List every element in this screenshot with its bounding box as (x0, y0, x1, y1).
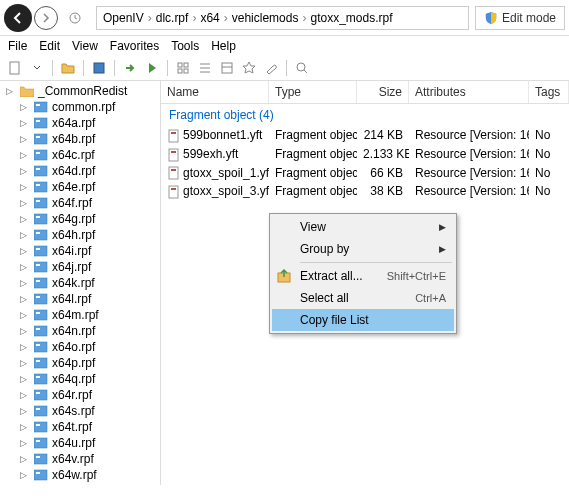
ctx-copy-file-list[interactable]: Copy file List (272, 309, 454, 331)
expand-icon[interactable]: ▷ (20, 358, 30, 368)
detail-button[interactable] (218, 59, 236, 77)
expand-icon[interactable]: ▷ (20, 470, 30, 480)
tree-item[interactable]: ▷User documents - GTA V (0, 483, 160, 485)
grid-button[interactable] (174, 59, 192, 77)
expand-icon[interactable]: ▷ (20, 134, 30, 144)
breadcrumb-item[interactable]: gtoxx_mods.rpf (310, 11, 392, 25)
column-size[interactable]: Size (357, 81, 409, 103)
dropdown-button[interactable] (28, 59, 46, 77)
expand-icon[interactable]: ▷ (20, 150, 30, 160)
ctx-extract-all[interactable]: Extract all... Shift+Ctrl+E (272, 265, 454, 287)
expand-icon[interactable]: ▷ (20, 214, 30, 224)
tree-item[interactable]: ▷x64c.rpf (0, 147, 160, 163)
file-row[interactable]: 599exh.yftFragment object2.133 KBResourc… (161, 145, 569, 164)
menu-help[interactable]: Help (211, 39, 236, 53)
expand-icon[interactable]: ▷ (20, 454, 30, 464)
expand-icon[interactable]: ▷ (20, 118, 30, 128)
tree-item[interactable]: ▷x64i.rpf (0, 243, 160, 259)
group-header[interactable]: Fragment object (4) (161, 104, 569, 126)
menu-tools[interactable]: Tools (171, 39, 199, 53)
breadcrumb-item[interactable]: vehiclemods (232, 11, 299, 25)
tree-item[interactable]: ▷x64t.rpf (0, 419, 160, 435)
tree-item[interactable]: ▷x64e.rpf (0, 179, 160, 195)
svg-rect-55 (34, 470, 47, 480)
expand-icon[interactable]: ▷ (20, 406, 30, 416)
file-row[interactable]: gtoxx_spoil_1.yftFragment object66 KBRes… (161, 164, 569, 183)
file-row[interactable]: gtoxx_spoil_3.yftFragment object38 KBRes… (161, 182, 569, 201)
tree-item[interactable]: ▷x64o.rpf (0, 339, 160, 355)
tree-item[interactable]: ▷x64r.rpf (0, 387, 160, 403)
tree-item[interactable]: ▷x64a.rpf (0, 115, 160, 131)
export-button[interactable] (121, 59, 139, 77)
tools-button[interactable] (262, 59, 280, 77)
svg-rect-39 (34, 342, 47, 352)
column-attributes[interactable]: Attributes (409, 81, 529, 103)
menu-view[interactable]: View (72, 39, 98, 53)
search-button[interactable] (293, 59, 311, 77)
tree-item[interactable]: ▷x64b.rpf (0, 131, 160, 147)
tree-item[interactable]: ▷x64q.rpf (0, 371, 160, 387)
tree-item[interactable]: ▷common.rpf (0, 99, 160, 115)
column-type[interactable]: Type (269, 81, 357, 103)
tree-item[interactable]: ▷x64d.rpf (0, 163, 160, 179)
expand-icon[interactable]: ▷ (20, 230, 30, 240)
tree-item[interactable]: ▷x64u.rpf (0, 435, 160, 451)
save-button[interactable] (90, 59, 108, 77)
tree-item[interactable]: ▷x64w.rpf (0, 467, 160, 483)
tree-item[interactable]: ▷x64j.rpf (0, 259, 160, 275)
nav-history-button[interactable] (60, 3, 90, 33)
expand-icon[interactable]: ▷ (20, 422, 30, 432)
expand-icon[interactable]: ▷ (20, 374, 30, 384)
tree-item[interactable]: ▷x64p.rpf (0, 355, 160, 371)
file-row[interactable]: 599bonnet1.yftFragment object214 KBResou… (161, 126, 569, 145)
expand-icon[interactable]: ▷ (20, 182, 30, 192)
open-button[interactable] (59, 59, 77, 77)
menu-file[interactable]: File (8, 39, 27, 53)
tree-item[interactable]: ▷x64g.rpf (0, 211, 160, 227)
expand-icon[interactable]: ▷ (20, 310, 30, 320)
tree-item[interactable]: ▷x64n.rpf (0, 323, 160, 339)
svg-rect-53 (34, 454, 47, 464)
tree-item[interactable]: ▷x64l.rpf (0, 291, 160, 307)
expand-icon[interactable]: ▷ (20, 326, 30, 336)
breadcrumb[interactable]: OpenIV› dlc.rpf› x64› vehiclemods› gtoxx… (96, 6, 469, 30)
ctx-view[interactable]: View ▶ (272, 216, 454, 238)
folder-tree[interactable]: ▷_CommonRedist▷common.rpf▷x64a.rpf▷x64b.… (0, 81, 161, 485)
tree-item[interactable]: ▷x64f.rpf (0, 195, 160, 211)
tree-item[interactable]: ▷x64h.rpf (0, 227, 160, 243)
expand-icon[interactable]: ▷ (20, 262, 30, 272)
favorites-button[interactable] (240, 59, 258, 77)
expand-icon[interactable]: ▷ (20, 294, 30, 304)
separator (114, 60, 115, 76)
expand-icon[interactable]: ▷ (20, 438, 30, 448)
breadcrumb-item[interactable]: OpenIV (103, 11, 144, 25)
expand-icon[interactable]: ▷ (20, 198, 30, 208)
back-button[interactable] (4, 4, 32, 32)
breadcrumb-item[interactable]: x64 (200, 11, 219, 25)
breadcrumb-item[interactable]: dlc.rpf (156, 11, 189, 25)
svg-rect-33 (34, 294, 47, 304)
ctx-group-by[interactable]: Group by ▶ (272, 238, 454, 260)
expand-icon[interactable]: ▷ (20, 342, 30, 352)
expand-icon[interactable]: ▷ (20, 278, 30, 288)
menu-edit[interactable]: Edit (39, 39, 60, 53)
tree-item[interactable]: ▷x64m.rpf (0, 307, 160, 323)
column-tags[interactable]: Tags (529, 81, 569, 103)
expand-icon[interactable]: ▷ (20, 166, 30, 176)
list-button[interactable] (196, 59, 214, 77)
expand-icon[interactable]: ▷ (6, 86, 16, 96)
expand-icon[interactable]: ▷ (20, 102, 30, 112)
edit-mode-button[interactable]: Edit mode (475, 6, 565, 30)
expand-icon[interactable]: ▷ (20, 246, 30, 256)
ctx-select-all[interactable]: Select all Ctrl+A (272, 287, 454, 309)
column-name[interactable]: Name (161, 81, 269, 103)
tree-item[interactable]: ▷x64k.rpf (0, 275, 160, 291)
new-button[interactable] (6, 59, 24, 77)
tree-item[interactable]: ▷_CommonRedist (0, 83, 160, 99)
tree-item[interactable]: ▷x64s.rpf (0, 403, 160, 419)
expand-icon[interactable]: ▷ (20, 390, 30, 400)
forward-button[interactable] (34, 6, 58, 30)
run-button[interactable] (143, 59, 161, 77)
menu-favorites[interactable]: Favorites (110, 39, 159, 53)
tree-item[interactable]: ▷x64v.rpf (0, 451, 160, 467)
